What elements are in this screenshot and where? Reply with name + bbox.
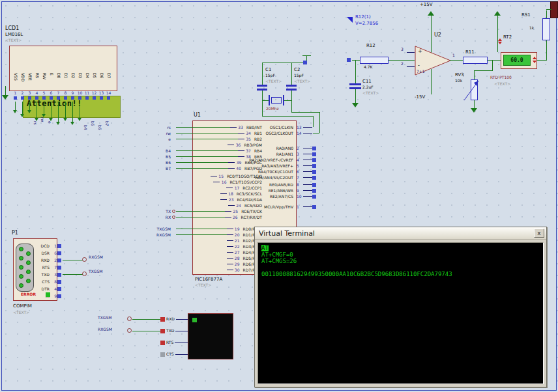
pin-terminal[interactable] (57, 259, 61, 262)
pin-terminal[interactable] (160, 317, 165, 322)
pin-terminal[interactable] (78, 96, 81, 100)
lcd-pin[interactable]: D3 10 (76, 73, 83, 100)
pin-terminal[interactable] (57, 244, 61, 248)
voltage-probe-icon[interactable] (347, 17, 353, 23)
pin-terminal[interactable] (312, 147, 316, 150)
capacitor-plate[interactable] (286, 85, 297, 87)
rs1-resistor[interactable] (542, 18, 550, 40)
mcu-pin-row[interactable]: RA3/AN3/VREF+ 5 (218, 163, 323, 169)
mcu-pin-row[interactable]: OSC1/CLKIN 13 (218, 124, 323, 130)
pin-terminal[interactable] (312, 152, 316, 156)
pin-terminal[interactable] (50, 96, 53, 100)
mcu-pin-row[interactable]: RX 26 RC7/RX/DT (151, 214, 262, 220)
mcu-pin-row[interactable]: RA5/AN4/SS/C2OUT 7 (218, 175, 323, 180)
virtual-terminal-window[interactable]: Virtual Terminal x AT AT+CMGF=0 AT+CMGS=… (254, 227, 547, 387)
pin-terminal[interactable] (312, 183, 316, 187)
pin-terminal[interactable] (57, 266, 61, 270)
mcu-pin-row[interactable]: TXGSM 19 RD0/PSP0 (151, 226, 262, 232)
compim-pin-row[interactable]: DSR 6 (33, 249, 63, 257)
window-title-bar[interactable]: Virtual Terminal x (255, 227, 546, 240)
schematic-sheet[interactable]: LCD1 LM016L <TEXT> Attention!! VSS 1 VDD… (0, 0, 558, 392)
pin-terminal[interactable] (85, 96, 89, 100)
pin-terminal[interactable] (28, 96, 31, 100)
r12-resistor[interactable] (360, 57, 389, 64)
lcd-pin[interactable]: RS 4 (33, 73, 40, 100)
net-terminal[interactable] (82, 257, 87, 262)
pin-terminal[interactable] (64, 96, 67, 100)
mcu-pin-row[interactable]: MCLR/Vpp/THV 1 (218, 204, 323, 210)
lcd-pin[interactable]: D0 7 (55, 73, 62, 100)
mcu-pin-row[interactable]: 21 RD2/PSP2 (151, 238, 262, 244)
pin-terminal[interactable] (312, 176, 316, 180)
compim-pin-row[interactable]: CTS 8 (33, 278, 63, 285)
terminal-pin-row[interactable]: RTS (160, 337, 188, 348)
pin-terminal[interactable] (21, 96, 24, 100)
mcu-pin-row[interactable]: OSC2/CLKOUT 14 (218, 130, 323, 136)
increment-icon[interactable] (533, 55, 536, 59)
pin-terminal[interactable] (312, 164, 316, 168)
compim-pin-row[interactable]: TXD 3 (33, 271, 63, 278)
pin-terminal[interactable] (35, 96, 38, 100)
lcd-pin[interactable]: D5 12 (91, 73, 98, 100)
terminal-pin-row[interactable]: RXD (160, 313, 188, 325)
mcu-pin-row[interactable]: RA1/AN1 3 (218, 151, 323, 157)
mcu-pin-row[interactable]: 29 RD6/PSP6 (151, 261, 262, 267)
pin-terminal[interactable] (312, 195, 316, 199)
terminal-output[interactable]: AT AT+CMGF=0 AT+CMGS=26 0011000881629499… (257, 242, 544, 384)
junction-terminal[interactable] (303, 61, 307, 64)
mcu-pin-row[interactable]: RE2/AN7/CS 10 (218, 193, 323, 199)
junction-terminal[interactable] (347, 58, 351, 62)
pin-terminal[interactable] (160, 352, 165, 357)
increment-icon[interactable] (498, 36, 502, 41)
r11-resistor[interactable] (463, 57, 488, 64)
lcd-pin[interactable]: RW 5 (40, 73, 48, 100)
pin-terminal[interactable] (107, 96, 110, 100)
net-terminal[interactable] (127, 328, 132, 333)
gsm-terminal-box[interactable] (188, 313, 233, 359)
pin-terminal[interactable] (14, 96, 17, 100)
mcu-pin-row[interactable]: RE0/AN5/RD 8 (218, 182, 323, 188)
net-terminal[interactable] (127, 316, 132, 321)
pin-terminal[interactable] (93, 96, 96, 100)
crystal-body[interactable] (271, 97, 282, 104)
lcd-pin[interactable]: E 6 (48, 73, 55, 100)
decrement-icon[interactable] (498, 42, 502, 46)
lcd-pin[interactable]: D1 8 (62, 73, 69, 100)
compim-pin-row[interactable]: DTR 4 (33, 285, 63, 292)
mcu-pin-row[interactable]: 28 RD5/PSP5 (151, 255, 262, 261)
mcu-pin-row[interactable]: 27 RD4/PSP4 (151, 249, 262, 255)
pin-terminal[interactable] (160, 341, 165, 345)
mcu-pin-row[interactable]: e 35 RB2 (151, 136, 262, 142)
mcu-pin-row[interactable]: RE1/AN6/WR 9 (218, 188, 323, 193)
pin-terminal[interactable] (42, 96, 46, 100)
close-button[interactable]: x (534, 229, 544, 238)
mcu-pin-row[interactable]: RA0/AN0 2 (218, 145, 323, 151)
pin-terminal[interactable] (312, 205, 316, 209)
pin-terminal[interactable] (100, 96, 103, 100)
mcu-pin-row[interactable]: RXGSM 20 RD1/PSP1 (151, 232, 262, 238)
capacitor-plate[interactable] (349, 83, 361, 85)
lcd-pin[interactable]: D7 14 (105, 73, 112, 100)
pin-terminal[interactable] (57, 287, 61, 291)
net-terminal[interactable] (82, 272, 87, 276)
capacitor-plate[interactable] (257, 85, 267, 87)
lcd-pin[interactable]: D2 9 (69, 73, 76, 100)
pin-terminal[interactable] (312, 170, 316, 174)
compim-pin-row[interactable]: RTS 7 (33, 264, 63, 271)
mcu-pin-row[interactable]: 30 RD7/PSP7 (151, 267, 262, 273)
pin-terminal[interactable] (57, 251, 61, 255)
mcu-pin-row[interactable]: 22 RD3/PSP3 (151, 244, 262, 249)
pin-terminal[interactable] (160, 329, 165, 333)
terminal-pin-row[interactable]: TXD (160, 325, 188, 337)
lcd-pin[interactable]: VEE 3 (26, 73, 33, 100)
pin-terminal[interactable] (57, 280, 61, 284)
lcd-pin[interactable]: D4 11 (83, 73, 91, 100)
pin-terminal[interactable] (312, 189, 316, 193)
lcd-pin[interactable]: VSS 1 (12, 73, 19, 100)
pin-terminal[interactable] (57, 96, 60, 100)
lcd-pin[interactable]: VDD 2 (19, 73, 26, 100)
compim-pin-row[interactable]: DCD 1 (33, 242, 63, 249)
pin-terminal[interactable] (71, 96, 74, 100)
pin-terminal[interactable] (57, 273, 61, 277)
pin-terminal[interactable] (312, 158, 316, 162)
